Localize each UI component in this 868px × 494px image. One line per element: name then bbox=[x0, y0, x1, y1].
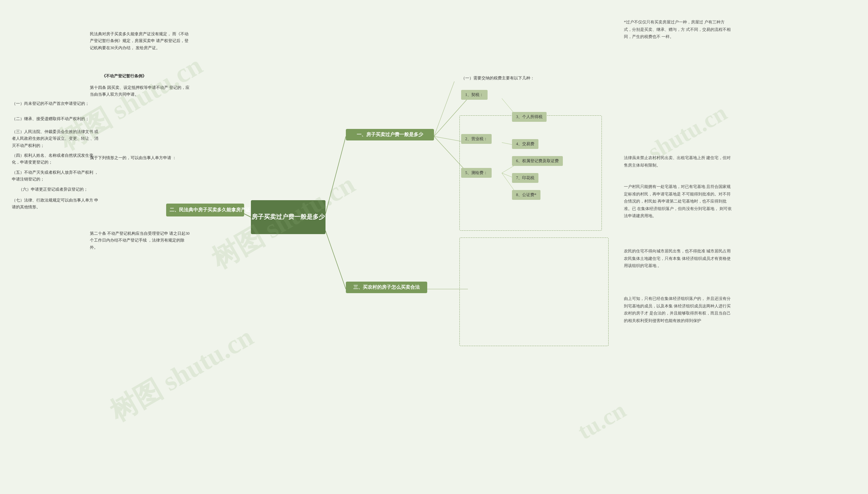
civil-law-title: 《不动产登记暂行条例》 bbox=[102, 73, 146, 79]
item-5: （五）不动产灭失或者权利人放弃不动产权利 ，申请注销登记的； bbox=[12, 169, 100, 183]
watermark-3: 树图 shutu.cn bbox=[103, 319, 260, 430]
item-2: （二）继承、接受遗赠取得不动产权利的； bbox=[12, 115, 89, 122]
civil-law-text1: 民法典对房子买卖多久能拿房产证没有规定， 而《不动产登记暂行条例》规定，房屋买卖… bbox=[90, 31, 192, 51]
central-label: 房子买卖过户费一般是多少 bbox=[252, 213, 325, 221]
svg-line-1 bbox=[244, 214, 251, 217]
svg-line-12 bbox=[244, 214, 251, 217]
item-1: （一）尚未登记的不动产首次申请登记的； bbox=[12, 100, 89, 107]
fee-node-2: 2、营业税： bbox=[461, 134, 492, 144]
fee-intro-text: （一）需要交纳的税费主要有以下几种： bbox=[461, 75, 534, 81]
item-4: （四）权利人姓名、名称或者自然状况发生变 化，申请变更登记的； bbox=[12, 152, 100, 166]
fee-node-3: 3、个人所得税 bbox=[512, 112, 547, 122]
svg-line-3 bbox=[326, 231, 346, 289]
fee-node-1: 1、契税： bbox=[461, 90, 488, 100]
central-node: 房子买卖过户费一般是多少 bbox=[251, 200, 326, 234]
fee-node-7: 7、印花税 bbox=[512, 173, 538, 183]
article20-text: 第二十条 不动产登记机构应当自受理登记申 请之日起30个工作日内办结不动产登记手… bbox=[90, 230, 192, 251]
unilateral-intro: 属于下列情形之一的，可以由当事人单方申请 ： bbox=[90, 154, 176, 161]
l1-node-1: 一、房子买卖过户费一般是多少 bbox=[346, 129, 434, 140]
top-quote: *过户不仅仅只有买卖房屋过户一种，房屋过 户有三种方式，分别是买卖、继承、赠与，… bbox=[624, 19, 732, 41]
village-law-2: 一户村民只能拥有一处宅基地，对已有宅基地 且符合国家规定标准的村民，再申请宅基地… bbox=[624, 183, 732, 220]
item-6: （六）申请更正登记或者异议登记的； bbox=[19, 186, 88, 193]
village-dashed-box bbox=[459, 238, 609, 346]
svg-line-0 bbox=[326, 136, 346, 214]
l1-node-3: 三、买农村的房子怎么买卖合法 bbox=[346, 282, 427, 293]
item-7: （七）法律、行政法规规定可以由当事人单方 申请的其他情形。 bbox=[12, 197, 100, 211]
fee-node-8: 8、公证费* bbox=[512, 190, 540, 200]
village-law-4: 由上可知，只有已经在集体经济组织落户的， 并且还没有分到宅基地的成员，以及本集 … bbox=[624, 295, 732, 324]
svg-line-15 bbox=[434, 81, 454, 136]
watermark-4: tu.cn bbox=[573, 396, 631, 445]
mindmap-container: 树图 shutu.cn 树图 shutu.cn 树图 shutu.cn tu.c… bbox=[0, 0, 868, 494]
item-3: （三）人民法院、仲裁委员会生效的法律文书 或者人民政府生效的决定等设立、变更、转… bbox=[12, 128, 100, 149]
fee-node-6: 6、权属登记费及取证费 bbox=[512, 156, 563, 166]
village-law-1: 法律虽未禁止农村村民出卖、出租宅基地上所 建住宅，但对售房主体却有限制。 bbox=[624, 154, 732, 169]
village-law-3: 农民的住宅不得向城市居民出售，也不得批准 城市居民占用农民集体土地建住宅，只有本… bbox=[624, 248, 732, 270]
fee-node-5: 5、测绘费： bbox=[461, 168, 492, 178]
article14-text: 第十四条 因买卖、设定抵押权等申请不动产 登记的，应当由当事人双方共同申请。 bbox=[90, 84, 192, 98]
l1-node-2: 二、民法典中房子买卖多久能拿房产证 bbox=[166, 204, 244, 216]
fee-node-4: 4、交易费 bbox=[512, 139, 538, 149]
